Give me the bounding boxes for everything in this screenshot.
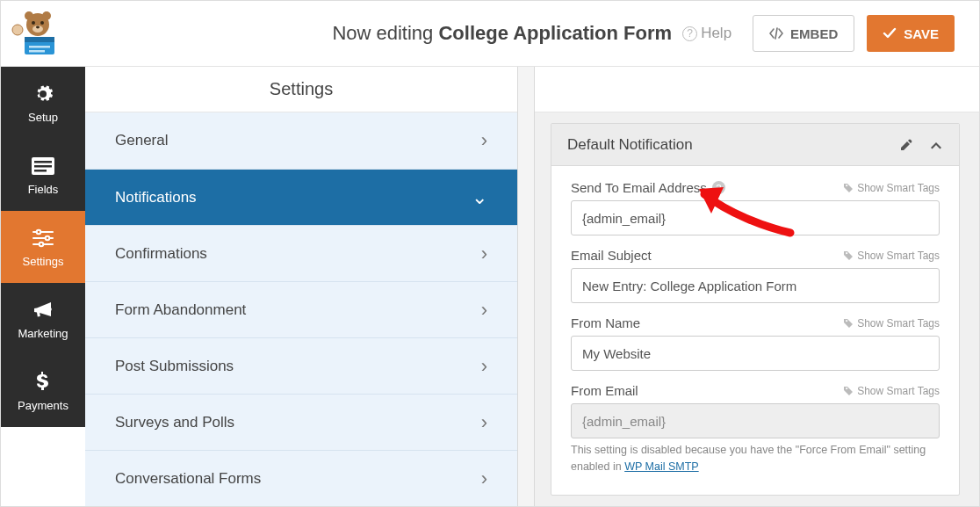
settings-header: Settings (85, 67, 517, 112)
collapse-icon[interactable] (929, 140, 943, 150)
svg-point-6 (36, 26, 40, 29)
card-title: Default Notification (567, 136, 693, 154)
check-icon (883, 27, 897, 40)
now-editing: Now editing College Application Form (332, 22, 672, 45)
chevron-right-icon: › (481, 129, 487, 152)
help-icon[interactable]: ? (712, 181, 725, 194)
chevron-down-icon: ⌄ (472, 186, 487, 209)
main-panel: Default Notification Send To Email (535, 67, 979, 506)
field-subject: Email Subject Show Smart Tags (571, 248, 940, 303)
svg-point-21 (40, 242, 44, 246)
settings-item-form-abandonment[interactable]: Form Abandonment› (85, 281, 517, 337)
help-icon: ? (682, 26, 697, 41)
nav-settings[interactable]: Settings (1, 211, 85, 283)
field-send-to: Send To Email Address ? Show Smart Tags (571, 180, 940, 235)
help-link[interactable]: ? Help (682, 25, 731, 42)
wp-mail-smtp-link[interactable]: WP Mail SMTP (624, 460, 699, 473)
svg-point-4 (40, 21, 44, 25)
card-header: Default Notification (551, 124, 959, 166)
chevron-right-icon: › (481, 243, 487, 265)
list-icon (32, 155, 54, 177)
input-from-name[interactable] (571, 336, 940, 371)
label-send-to: Send To Email Address ? (571, 180, 725, 195)
icon-nav: Setup Fields Settings Marketing (1, 67, 85, 506)
smart-tags-toggle[interactable]: Show Smart Tags (843, 385, 940, 397)
top-bar: Now editing College Application Form ? H… (1, 1, 979, 67)
smart-tags-toggle[interactable]: Show Smart Tags (843, 182, 940, 194)
svg-rect-11 (29, 50, 45, 53)
chevron-right-icon: › (481, 355, 487, 378)
notification-card: Default Notification Send To Email (551, 123, 960, 496)
settings-item-conversational[interactable]: Conversational Forms› (85, 450, 517, 506)
smart-tags-toggle[interactable]: Show Smart Tags (843, 250, 940, 262)
code-icon (769, 27, 783, 40)
tag-icon (843, 318, 854, 329)
tag-icon (843, 183, 854, 193)
svg-rect-15 (34, 170, 47, 172)
chevron-right-icon: › (481, 299, 487, 322)
svg-point-17 (37, 229, 41, 234)
chevron-right-icon: › (481, 467, 487, 490)
tag-icon (843, 386, 854, 396)
svg-point-1 (25, 11, 33, 20)
nav-setup[interactable]: Setup (1, 67, 85, 139)
field-from-name: From Name Show Smart Tags (571, 315, 940, 371)
settings-item-notifications[interactable]: Notifications⌄ (85, 169, 517, 225)
smart-tags-toggle[interactable]: Show Smart Tags (843, 317, 940, 330)
embed-button[interactable]: EMBED (753, 15, 854, 52)
svg-rect-10 (29, 46, 50, 48)
label-from-name: From Name (571, 315, 640, 330)
app-logo (11, 11, 64, 56)
svg-rect-9 (25, 37, 54, 42)
settings-item-post-submissions[interactable]: Post Submissions› (85, 337, 517, 394)
chevron-right-icon: › (481, 411, 487, 434)
nav-marketing[interactable]: Marketing (1, 283, 85, 355)
pane-divider[interactable] (517, 67, 535, 506)
label-from-email: From Email (571, 383, 638, 398)
nav-fields[interactable]: Fields (1, 139, 85, 211)
settings-panel: Settings General› Notifications⌄ Confirm… (85, 67, 517, 506)
settings-item-surveys[interactable]: Surveys and Polls› (85, 394, 517, 450)
edit-icon[interactable] (899, 138, 913, 152)
sliders-icon (32, 227, 54, 250)
svg-point-7 (12, 25, 23, 35)
svg-point-19 (46, 235, 50, 240)
input-send-to[interactable] (571, 200, 940, 235)
input-from-email (571, 403, 940, 438)
settings-item-confirmations[interactable]: Confirmations› (85, 225, 517, 281)
input-subject[interactable] (571, 268, 940, 303)
svg-point-2 (42, 11, 51, 20)
svg-rect-13 (34, 161, 52, 163)
dollar-icon (32, 371, 54, 394)
settings-item-general[interactable]: General› (85, 112, 517, 169)
tag-icon (843, 250, 854, 261)
nav-payments[interactable]: Payments (1, 355, 85, 427)
from-email-hint: This setting is disabled because you hav… (571, 442, 940, 475)
save-button[interactable]: SAVE (867, 15, 955, 52)
gear-icon (32, 83, 54, 105)
label-subject: Email Subject (571, 248, 652, 263)
field-from-email: From Email Show Smart Tags This setting … (571, 383, 940, 475)
svg-point-3 (32, 21, 35, 25)
svg-rect-14 (34, 165, 52, 168)
megaphone-icon (32, 299, 54, 322)
